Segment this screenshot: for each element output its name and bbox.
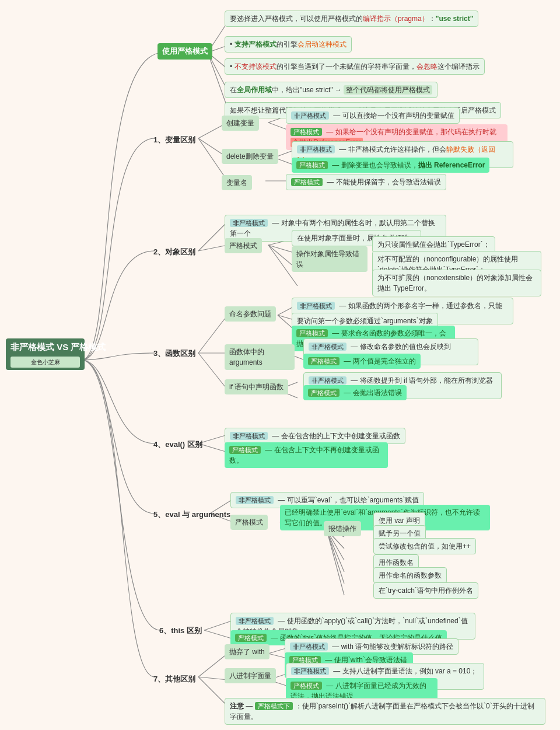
section-eval: 4、eval() 区别 [149,436,207,453]
svg-line-51 [198,677,228,706]
if-fn-label: if 语句中声明函数 [225,379,288,394]
create-var-non-strict: 非严格模式 — 可以直接给一个没有声明的变量赋值 [286,107,460,124]
section-function: 3、函数区别 [149,345,200,362]
if-fn-strict: 严格模式 — 会抛出语法错误 [303,385,407,400]
obj-err3: 为不可扩展的（nonextensible）的对象添加属性会抛出 TypeErro… [372,270,541,296]
error-op5: 用作命名的函数参数 [373,567,447,584]
section-use-strict: 使用严格模式 [158,43,212,60]
section-this: 6、this 区别 [155,623,206,639]
octal-label: 八进制字面量 [225,668,276,683]
svg-line-45 [198,654,228,677]
svg-line-22 [198,353,228,390]
section-object: 2、对象区别 [149,244,200,260]
fn-args-strict: 严格模式 — 两个值是完全独立的 [303,354,421,369]
fn-arguments-label: 函数体中的 arguments [225,344,295,370]
error-op3: 尝试修改包含的值，如使用++ [373,538,476,554]
eval-strict: 严格模式 — 在包含上下文中不再创建变量或函数。 [225,442,388,468]
section-other: 7、其他区别 [149,671,200,687]
delete-variable-label: delete删除变量 [222,149,278,164]
object-strict-label: 严格模式 [225,238,262,253]
svg-line-46 [198,677,228,680]
variable-name-label: 变量名 [222,175,252,190]
svg-line-44 [204,630,233,639]
svg-line-13 [198,222,228,251]
object-property-error-label: 操作对象属性导致错误 [292,246,368,272]
delete-strict: 严格模式 — 删除变量也会导致错误，抛出 ReferenceError [292,158,489,173]
use-strict-node1: 要选择进入严格模式，可以使用严格模式的编译指示（pragma）："use str… [225,11,478,27]
svg-line-14 [198,245,228,251]
svg-line-41 [327,530,344,584]
svg-line-42 [327,530,344,595]
eval-non-strict: 非严格模式 — 会在包含他的上下文中创建变量或函数 [225,428,405,444]
error-ops-label: 报错操作 [324,521,361,536]
with-label: 抛弃了 with [225,644,270,659]
central-title: 非严格模式 VS 严格模式 金色小芝麻 [6,338,85,370]
central-subtitle: 金色小芝麻 [10,357,80,368]
mind-map: 非严格模式 VS 严格模式 金色小芝麻 使用严格模式 要选择进入严格模式，可以使… [0,0,560,730]
use-strict-node3: • 不支持该模式的引擎当遇到了一个未赋值的字符串字面量，会忽略这个编译指示 [225,58,485,75]
use-strict-node4: 在全局作用域中，给出"use strict" → 整个代码都将使用严格模式 [225,82,438,98]
section-eval-args: 5、eval 与 arguments [149,507,235,523]
use-strict-node2: • 支持严格模式的引擎会启动这种模式 [225,36,352,53]
section-variable: 1、变量区别 [149,132,200,148]
error-op6: 在`try-catch`语句中用作例外名 [373,582,478,599]
named-param-label: 命名参数问题 [225,306,276,322]
svg-line-43 [204,620,233,630]
obj-err1: 为只读属性赋值会抛出`TypeError`； [372,236,495,253]
octal-note: 注意 — 严格模式下：使用`parseInt()`解析八进制字面量在严格模式下会… [225,698,545,725]
central-title-text: 非严格模式 VS 严格模式 [10,341,80,353]
eval-args-strict-label: 严格模式 [230,515,268,530]
variable-name-strict: 严格模式 — 不能使用保留字，会导致语法错误 [286,174,446,190]
create-variable-label: 创建变量 [222,116,259,131]
svg-line-20 [198,315,228,353]
